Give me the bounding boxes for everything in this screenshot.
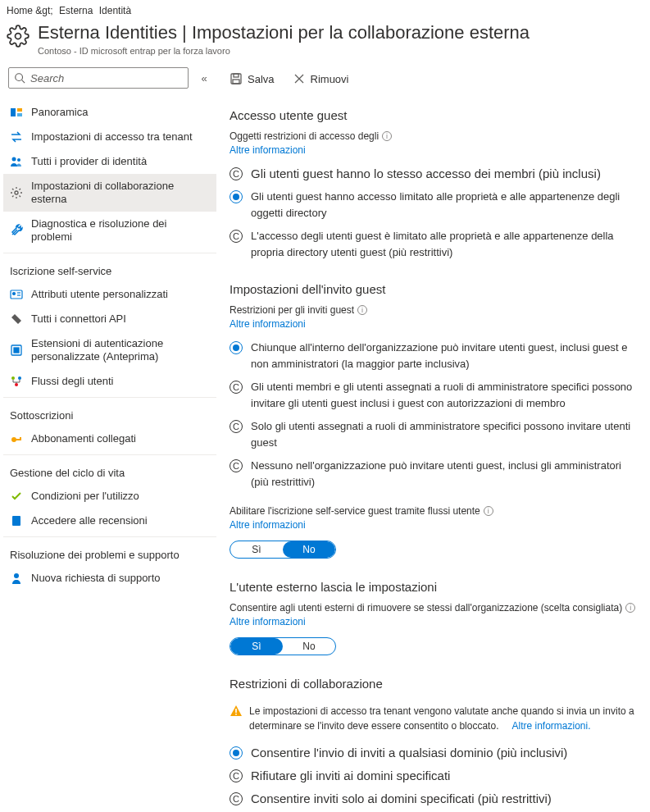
- warning-icon: [230, 705, 243, 718]
- page-title: Esterna Identities | Impostazioni per la…: [38, 21, 530, 44]
- info-icon[interactable]: i: [357, 305, 367, 315]
- learn-more-link[interactable]: Altre informazioni: [230, 519, 306, 531]
- sidebar-item-label: Flussi degli utenti: [31, 375, 210, 388]
- key-icon: [10, 432, 23, 445]
- toggle-no[interactable]: No: [283, 541, 335, 558]
- section-support: Risoluzione dei problemi e supporto: [3, 541, 216, 566]
- sidebar-item-label: Abbonamenti collegati: [31, 432, 210, 445]
- learn-more-link[interactable]: Altre informazioni.: [511, 720, 590, 732]
- guest-access-opt3[interactable]: C L'accesso degli utenti guest è limitat…: [230, 225, 640, 264]
- toggle-yes[interactable]: Sì: [230, 638, 283, 655]
- radio-label: Gli utenti guest hanno accesso limitato …: [251, 189, 640, 221]
- collapse-sidebar-icon[interactable]: «: [197, 72, 211, 84]
- radio-label: Chiunque all'interno dell'organizzazione…: [251, 340, 640, 372]
- save-button[interactable]: Salva: [230, 69, 283, 89]
- radio-icon: C: [230, 381, 243, 394]
- guest-invite-opt4[interactable]: C Nessuno nell'organizzazione può invita…: [230, 454, 640, 494]
- section-selfservice: Iscrizione self-service: [3, 257, 216, 282]
- guest-invite-opt2[interactable]: C Gli utenti membri e gli utenti assegna…: [230, 376, 640, 415]
- sidebar-item-custom-attrs[interactable]: Attributi utente personalizzati: [3, 282, 216, 307]
- svg-line-2: [22, 80, 25, 84]
- sidebar-item-terms[interactable]: Condizioni per l'utilizzo: [3, 484, 216, 509]
- info-icon[interactable]: i: [484, 506, 493, 516]
- collab-opt2[interactable]: C Rifiutare gli inviti ai domini specifi…: [230, 764, 640, 787]
- radio-label: Nessuno nell'organizzazione può invitare…: [251, 458, 640, 490]
- overview-icon: [10, 106, 23, 119]
- guest-access-opt1[interactable]: C Gli utenti guest hanno lo stesso acces…: [230, 162, 640, 185]
- collab-opt1[interactable]: Consentire l'invio di inviti a qualsiasi…: [230, 741, 640, 764]
- gear-icon: [7, 25, 30, 48]
- check-doc-icon: [10, 490, 23, 503]
- guest-invite-opt1[interactable]: Chiunque all'interno dell'organizzazione…: [230, 336, 640, 376]
- self-signup-toggle[interactable]: Sì No: [230, 541, 336, 559]
- svg-point-7: [17, 158, 20, 162]
- toggle-no[interactable]: No: [283, 638, 335, 655]
- breadcrumb-identities[interactable]: Identità: [99, 5, 131, 16]
- svg-rect-20: [20, 437, 21, 439]
- toggle-yes[interactable]: Sì: [230, 541, 283, 558]
- radio-icon: C: [230, 230, 243, 243]
- sidebar-item-auth-extensions[interactable]: Estensioni di autenticazione personalizz…: [3, 331, 216, 369]
- svg-rect-19: [16, 439, 21, 440]
- exchange-icon: [10, 130, 23, 144]
- learn-more-link[interactable]: Altre informazioni: [230, 616, 306, 627]
- info-icon[interactable]: i: [382, 131, 392, 141]
- radio-icon: C: [230, 792, 243, 805]
- svg-point-6: [12, 157, 16, 162]
- divider: [3, 253, 216, 253]
- close-icon: [293, 72, 306, 85]
- guest-access-opt2[interactable]: Gli utenti guest hanno accesso limitato …: [230, 185, 640, 225]
- sidebar-item-label: Panoramica: [31, 106, 210, 119]
- search-input[interactable]: Search: [8, 67, 189, 89]
- breadcrumb-external[interactable]: Esterna: [59, 5, 93, 16]
- sidebar-item-access-reviews[interactable]: Accedere alle recensioni: [3, 509, 216, 533]
- radio-label: Rifiutare gli inviti ai domini specifica…: [251, 768, 640, 784]
- radio-label: Solo gli utenti assegnati a ruoli di amm…: [251, 418, 640, 451]
- sidebar-item-label: Impostazioni di collaborazione esterna: [31, 180, 210, 206]
- book-icon: [10, 514, 23, 527]
- svg-point-15: [11, 376, 15, 380]
- sidebar-item-external-collab[interactable]: Impostazioni di collaborazione esterna: [3, 174, 216, 212]
- svg-rect-9: [11, 290, 22, 299]
- sidebar-item-diagnose[interactable]: Diagnostica e risoluzione dei problemi: [3, 212, 216, 249]
- sidebar-item-linked-subs[interactable]: Abbonamenti collegati: [3, 427, 216, 451]
- collab-opt3[interactable]: C Consentire inviti solo ai domini speci…: [230, 787, 640, 810]
- svg-point-16: [18, 376, 21, 380]
- search-icon: [14, 72, 25, 84]
- section-lifecycle: Gestione del ciclo di vita: [3, 458, 216, 484]
- sidebar: Search « Panoramica Impostazioni di acce…: [0, 64, 220, 812]
- page-header: Esterna Identities | Impostazioni per la…: [0, 18, 650, 64]
- sidebar-item-cross-tenant[interactable]: Impostazioni di accesso tra tenant: [3, 125, 216, 149]
- learn-more-link[interactable]: Altre informazioni: [230, 318, 306, 330]
- svg-rect-28: [235, 709, 237, 713]
- section-external-leave-title: L'utente esterno lascia le impostazioni: [230, 580, 640, 594]
- gear-small-icon: [10, 186, 23, 199]
- sidebar-item-overview[interactable]: Panoramica: [3, 100, 216, 125]
- divider: [3, 536, 216, 537]
- svg-point-1: [16, 74, 23, 81]
- svg-rect-14: [14, 348, 19, 353]
- radio-label: Gli utenti guest hanno lo stesso accesso…: [251, 166, 640, 182]
- sidebar-item-user-flows[interactable]: Flussi degli utenti: [3, 369, 216, 394]
- svg-rect-24: [234, 74, 239, 77]
- discard-label: Rimuovi: [311, 73, 349, 85]
- svg-point-22: [14, 573, 19, 578]
- wrench-icon: [10, 224, 23, 237]
- discard-button[interactable]: Rimuovi: [293, 69, 357, 89]
- radio-label: Consentire l'invio di inviti a qualsiasi…: [251, 745, 640, 761]
- sidebar-item-label: Tutti i provider di identità: [31, 155, 210, 168]
- guest-invite-opt3[interactable]: C Solo gli utenti assegnati a ruoli di a…: [230, 415, 640, 454]
- learn-more-link[interactable]: Altre informazioni: [230, 144, 306, 156]
- guest-access-label: Oggetti restrizioni di accesso deglii: [230, 130, 640, 142]
- breadcrumb-home[interactable]: Home &gt;: [7, 5, 53, 16]
- sidebar-item-api-connectors[interactable]: Tutti i connettori API: [3, 307, 216, 331]
- guest-invite-label: Restrizioni per gli inviti guesti: [230, 304, 640, 316]
- sidebar-item-identity-providers[interactable]: Tutti i provider di identità: [3, 149, 216, 174]
- sidebar-item-support-request[interactable]: Nuova richiesta di supporto: [3, 566, 216, 591]
- sidebar-item-label: Tutti i connettori API: [31, 312, 210, 326]
- info-icon[interactable]: i: [625, 603, 635, 613]
- svg-rect-21: [12, 516, 20, 526]
- external-leave-toggle[interactable]: Sì No: [230, 637, 336, 655]
- card-icon: [10, 288, 23, 301]
- connector-icon: [10, 312, 23, 326]
